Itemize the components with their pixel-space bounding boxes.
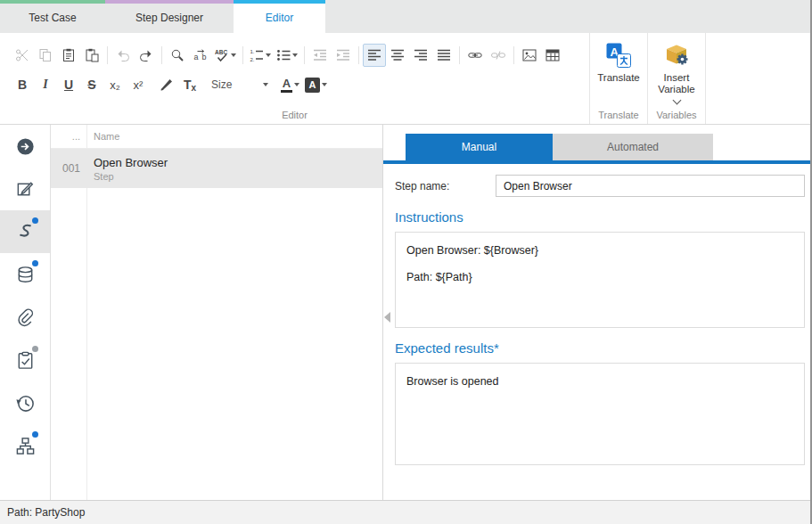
step-name: Open Browser [94,156,168,169]
align-left-button[interactable] [363,44,386,67]
svg-text:b: b [202,53,207,61]
collapse-panel-arrow[interactable] [384,312,390,323]
translate-icon: A [604,41,633,70]
table-icon [545,48,560,62]
bulleted-list-icon [276,48,291,62]
bold-button[interactable]: B [11,73,34,96]
copy-icon [38,48,53,62]
align-left-icon [367,48,381,62]
tab-automated[interactable]: Automated [553,134,713,160]
font-color-button[interactable]: A [278,73,302,96]
sidebar-item-steps[interactable] [0,210,50,253]
ribbon-group-label-variables: Variables [648,110,705,120]
tab-step-designer[interactable]: Step Designer [105,0,234,33]
format-painter-button[interactable] [155,73,178,96]
increase-indent-button[interactable] [332,44,355,67]
svg-text:1.: 1. [250,49,255,54]
notification-dot-blue [32,217,38,224]
spellcheck-button[interactable]: ABC [212,44,239,67]
unlink-button[interactable] [487,44,510,67]
align-right-button[interactable] [409,44,432,67]
sidebar-item-hierarchy[interactable] [0,424,50,467]
find-button[interactable] [166,44,189,67]
tab-manual[interactable]: Manual [406,134,553,160]
instructions-heading: Instructions [395,209,805,225]
notification-dot-blue [32,431,38,438]
svg-text:ABC: ABC [215,49,227,55]
superscript-button[interactable]: x² [127,73,150,96]
fill-color-button[interactable]: A [302,73,330,96]
sidebar-item-test-data[interactable] [0,253,50,296]
tab-label: Step Designer [105,4,234,32]
step-number: 001 [51,162,86,175]
sidebar-item-attachments[interactable] [0,296,50,339]
numbered-list-button[interactable]: 1.2. [247,44,274,67]
step-row[interactable]: 001 Open Browser Step [51,149,382,188]
subscript-button[interactable]: x₂ [103,73,127,96]
spellcheck-icon: ABC [215,48,229,62]
sidebar-item-review[interactable] [0,339,50,381]
chevron-down-icon [292,53,298,57]
clear-format-button[interactable]: Tx [178,73,201,96]
redo-button[interactable] [135,44,158,67]
bulleted-list-button[interactable] [274,44,300,67]
chevron-down-icon [231,53,236,57]
window-tabbar: Test Case Step Designer Editor [0,0,810,33]
justify-button[interactable] [432,44,455,67]
jump-arrow-icon [15,136,36,157]
italic-button[interactable]: I [34,73,57,96]
step-name-label: Step name: [395,180,449,192]
link-button[interactable] [463,44,487,67]
edit-pencil-icon [15,179,36,200]
step-name-input[interactable] [496,175,805,197]
image-button[interactable] [518,44,541,67]
left-sidebar [0,125,51,500]
undo-button[interactable] [111,44,135,67]
paintbrush-icon [160,78,174,92]
tab-test-case[interactable]: Test Case [0,0,105,33]
expected-results-textarea[interactable]: Browser is opened [395,363,805,465]
font-size-dropdown[interactable]: Size [207,74,273,95]
application-window: Test Case Step Designer Editor ab [0,0,812,524]
notification-dot-blue [32,260,38,266]
redo-arrow-icon [139,48,153,62]
ribbon-group-translate: A Translate Translate [589,33,647,124]
paste-button[interactable] [57,44,80,67]
expected-results-line: Browser is opened [406,375,793,388]
insert-variable-label-line1: Insert [664,72,690,84]
tab-editor[interactable]: Editor [234,0,325,33]
decrease-indent-button[interactable] [308,44,332,67]
underline-button[interactable]: U [57,73,80,96]
detail-tabs: Manual Automated [406,134,810,160]
image-icon [522,48,537,62]
status-path: Path: PartyShop [7,506,85,519]
font-color-icon: A [281,78,292,93]
justify-icon [437,48,451,62]
sidebar-item-history[interactable] [0,381,50,424]
replace-button[interactable]: ab [189,44,212,67]
ribbon: ab ABC 1.2. B [0,33,810,125]
paste-text-button[interactable] [80,44,103,67]
tab-label: Editor [234,4,325,32]
ribbon-group-editor: ab ABC 1.2. B [0,33,589,124]
steps-list-header: ... Name [51,125,382,149]
font-size-label: Size [211,78,232,91]
step-detail-form: Step name: Instructions Open Browser: ${… [383,164,810,465]
sidebar-item-edit[interactable] [0,168,50,210]
copy-button[interactable] [34,44,57,67]
cut-button[interactable] [11,44,34,67]
increase-indent-icon [336,48,350,62]
column-header-name: Name [86,131,119,142]
svg-text:2.: 2. [250,57,255,62]
instructions-textarea[interactable]: Open Browser: ${Browser} Path: ${Path} [395,232,805,328]
align-center-button[interactable] [386,44,409,67]
table-button[interactable] [541,44,564,67]
step-detail-panel: Manual Automated Step name: Instructions… [383,125,810,500]
strikethrough-button[interactable]: S [80,73,103,96]
tab-label: Test Case [0,4,105,32]
hierarchy-icon [15,436,36,456]
replace-icon: ab [193,48,208,62]
test-steps-icon [15,222,36,242]
sidebar-item-jump-to[interactable] [0,125,50,168]
align-center-icon [390,48,405,62]
